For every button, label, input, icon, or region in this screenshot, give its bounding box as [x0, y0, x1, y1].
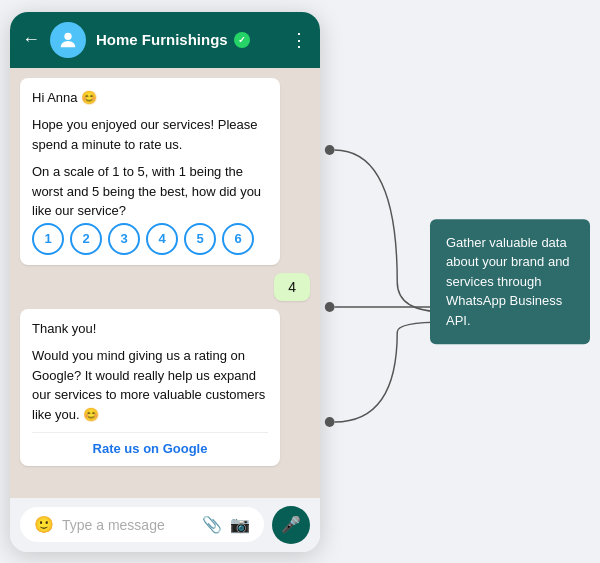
rating-btn-5[interactable]: 5 [184, 223, 216, 255]
user-reply-bubble: 4 [274, 273, 310, 301]
rating-btn-6[interactable]: 6 [222, 223, 254, 255]
annotation-box: Gather valuable data about your brand an… [430, 219, 590, 345]
header-info: Home Furnishings [96, 31, 280, 48]
svg-point-0 [64, 32, 71, 39]
phone-mockup: ← Home Furnishings ⋮ Hi Anna 😊 Hope you [10, 12, 320, 552]
chat-header: ← Home Furnishings ⋮ [10, 12, 320, 68]
msg2-line2: Would you mind giving us a rating on Goo… [32, 346, 268, 424]
message-bubble-1: Hi Anna 😊 Hope you enjoyed our services!… [20, 78, 280, 265]
svg-point-1 [325, 145, 335, 155]
input-bar: 🙂 Type a message 📎 📷 🎤 [10, 498, 320, 552]
annotation-area: Gather valuable data about your brand an… [320, 12, 600, 552]
msg2-line1: Thank you! [32, 319, 268, 339]
avatar [50, 22, 86, 58]
msg1-line1: Hi Anna 😊 [32, 88, 268, 108]
message-bubble-2: Thank you! Would you mind giving us a ra… [20, 309, 280, 467]
annotation-text: Gather valuable data about your brand an… [446, 235, 570, 328]
input-placeholder: Type a message [62, 517, 194, 533]
rating-btn-3[interactable]: 3 [108, 223, 140, 255]
back-button[interactable]: ← [22, 29, 40, 50]
verified-icon [234, 32, 250, 48]
google-link[interactable]: Rate us on Google [32, 432, 268, 456]
emoji-icon: 🙂 [34, 515, 54, 534]
more-options-button[interactable]: ⋮ [290, 29, 308, 51]
rating-btn-2[interactable]: 2 [70, 223, 102, 255]
message-input-field[interactable]: 🙂 Type a message 📎 📷 [20, 507, 264, 542]
rating-buttons: 1 2 3 4 5 6 [32, 223, 268, 255]
attach-icon: 📎 [202, 515, 222, 534]
camera-icon: 📷 [230, 515, 250, 534]
chat-body: Hi Anna 😊 Hope you enjoyed our services!… [10, 68, 320, 498]
rating-btn-1[interactable]: 1 [32, 223, 64, 255]
msg1-line2: Hope you enjoyed our services! Please sp… [32, 115, 268, 154]
msg1-line3: On a scale of 1 to 5, with 1 being the w… [32, 162, 268, 221]
mic-button[interactable]: 🎤 [272, 506, 310, 544]
svg-point-2 [325, 302, 335, 312]
rating-btn-4[interactable]: 4 [146, 223, 178, 255]
svg-point-3 [325, 417, 335, 427]
chat-name: Home Furnishings [96, 31, 228, 48]
